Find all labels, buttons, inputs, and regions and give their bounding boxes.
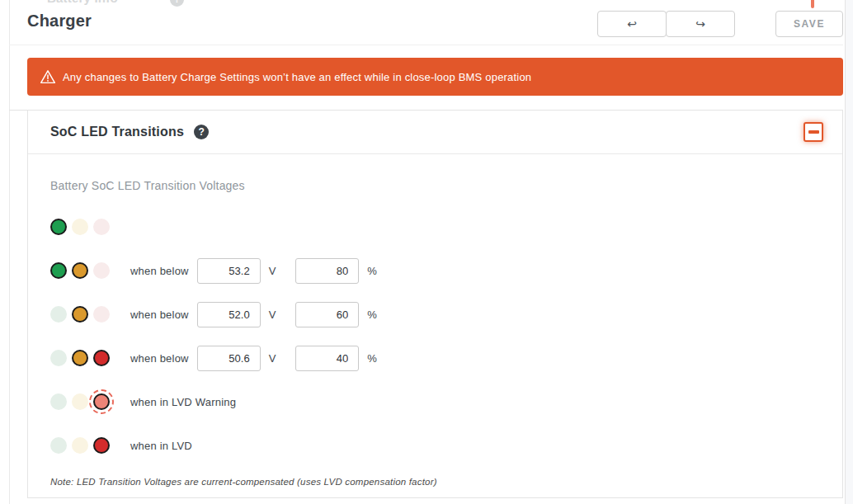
- percent-input[interactable]: [295, 302, 359, 327]
- minus-icon: [808, 130, 819, 134]
- led-indicator-amber-on: [72, 262, 88, 279]
- led-indicator-green-on: [50, 219, 67, 235]
- led-indicator-red-on: [93, 350, 110, 366]
- led-row: when belowV%: [50, 257, 842, 284]
- percent-unit-label: %: [367, 265, 377, 277]
- soc-led-transitions-card: SoC LED Transitions ? Battery SoC LED Tr…: [27, 110, 843, 498]
- warning-triangle-icon: [40, 69, 56, 84]
- redo-icon: ↪: [695, 17, 705, 31]
- card-body: Battery SoC LED Transition Voltages when…: [28, 154, 842, 487]
- card-subtitle: Battery SoC LED Transition Voltages: [50, 179, 842, 192]
- led-indicator-warn-blink: [93, 393, 110, 410]
- warning-banner: Any changes to Battery Charge Settings w…: [27, 58, 843, 96]
- header-divider: [9, 45, 843, 45]
- card-header: SoC LED Transitions ?: [28, 111, 842, 154]
- redo-button[interactable]: ↪: [666, 11, 735, 37]
- page-title: Charger: [27, 12, 92, 31]
- row-label: when below: [130, 309, 189, 321]
- voltage-unit-label: V: [269, 352, 276, 365]
- led-row: when in LVD Warning: [50, 389, 842, 415]
- percent-input[interactable]: [295, 346, 359, 371]
- led-indicator-green-off: [50, 350, 67, 366]
- plus-icon[interactable]: [804, 0, 821, 8]
- percent-input[interactable]: [295, 258, 359, 284]
- led-indicator-green-off: [50, 306, 67, 323]
- scrollbar[interactable]: [845, 0, 853, 504]
- voltage-input[interactable]: [197, 258, 261, 284]
- percent-unit-label: %: [367, 309, 377, 321]
- led-indicator-green-off: [50, 437, 67, 454]
- row-label: when in LVD Warning: [130, 396, 236, 408]
- led-row: [50, 214, 842, 240]
- row-label: when below: [130, 352, 189, 365]
- led-row: when belowV%: [50, 301, 842, 327]
- led-indicator-amber-on: [72, 350, 88, 366]
- help-icon[interactable]: ?: [194, 125, 209, 139]
- percent-unit-label: %: [367, 352, 377, 365]
- voltage-unit-label: V: [269, 265, 276, 277]
- led-indicator-green-off: [50, 393, 67, 410]
- voltage-input[interactable]: [197, 302, 261, 327]
- collapse-button[interactable]: [804, 122, 823, 142]
- previous-section-title: Battery Info: [47, 0, 118, 5]
- voltage-unit-label: V: [269, 309, 276, 321]
- led-indicator-yellow-off: [72, 393, 88, 410]
- undo-button[interactable]: ↩: [597, 11, 667, 37]
- led-rows: when belowV%when belowV%when belowV%when…: [50, 214, 842, 459]
- led-indicator-red-on: [93, 437, 110, 454]
- led-indicator-green-on: [50, 262, 67, 279]
- panel-left-border: [9, 0, 10, 504]
- voltage-input[interactable]: [197, 346, 261, 371]
- row-label: when below: [130, 265, 189, 277]
- warning-text: Any changes to Battery Charge Settings w…: [63, 71, 531, 83]
- help-icon[interactable]: ?: [170, 0, 184, 7]
- led-indicator-amber-on: [72, 306, 88, 323]
- led-indicator-yellow-off: [72, 219, 88, 235]
- led-indicator-pink-off: [93, 262, 110, 279]
- footnote: Note: LED Transition Voltages are curren…: [50, 477, 842, 487]
- undo-redo-group: ↩ ↪: [597, 11, 735, 37]
- led-indicator-pink-off: [93, 219, 110, 235]
- led-indicator-pink-off: [93, 306, 110, 323]
- section-title: SoC LED Transitions: [50, 125, 184, 139]
- led-row: when belowV%: [50, 345, 842, 371]
- save-button[interactable]: SAVE: [775, 11, 843, 37]
- undo-icon: ↩: [627, 17, 637, 31]
- led-row: when in LVD: [50, 432, 842, 459]
- row-label: when in LVD: [130, 440, 192, 452]
- led-indicator-yellow-off: [72, 437, 88, 454]
